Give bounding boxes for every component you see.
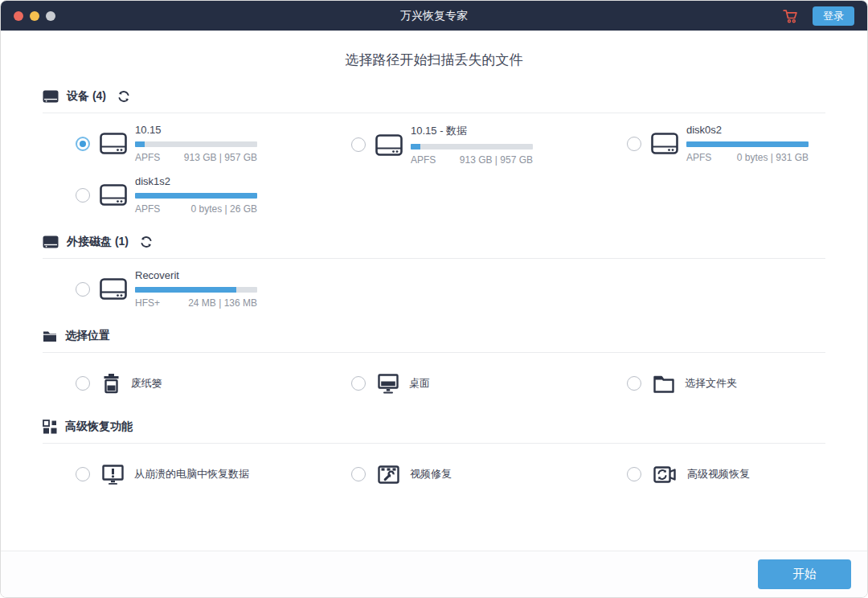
page-title: 选择路径开始扫描丢失的文件 [43,51,825,69]
start-scan-button[interactable]: 开始 [758,559,851,589]
location-label: 桌面 [409,376,430,391]
capacity-bar [135,141,257,147]
advanced-recovery-section-label: 高级恢复功能 [65,420,133,434]
device-item-recoverit[interactable]: Recoverit HFS+ 24 MB | 136 MB [76,269,318,309]
divider [43,352,825,353]
divider [43,443,825,444]
filesystem-label: HFS+ [135,297,160,309]
location-item-desktop[interactable]: 桌面 [351,367,594,399]
drive-icon [651,133,678,154]
login-button[interactable]: 登录 [813,6,854,26]
external-disks-section: 外接磁盘 (1) [43,235,825,309]
device-item-disk-10-15[interactable]: 10.15 APFS 913 GB | 957 GB [76,124,318,163]
desktop-icon [378,374,399,394]
drive-icon [375,134,403,156]
divider [43,258,825,259]
filesystem-label: APFS [135,203,160,215]
footer-bar: 开始 [1,551,867,597]
advanced-item-crashed-computer[interactable]: 从崩溃的电脑中恢复数据 [76,458,318,490]
size-label: 0 bytes | 931 GB [737,152,809,163]
video-repair-icon [378,465,399,484]
locations-grid: 废纸篓 桌面 [43,367,825,399]
device-meta: HFS+ 24 MB | 136 MB [135,297,257,309]
advanced-label: 高级视频恢复 [687,467,750,481]
radio-button[interactable] [627,137,641,151]
location-label: 废纸篓 [131,376,162,391]
radio-button[interactable] [76,467,90,481]
capacity-bar [686,141,809,147]
size-label: 913 GB | 957 GB [460,154,533,166]
select-location-section: 选择位置 废纸篓 [43,329,825,399]
location-item-trash[interactable]: 废纸篓 [76,367,318,399]
advanced-grid: 从崩溃的电脑中恢复数据 视频修复 [43,458,825,490]
filesystem-label: APFS [686,152,711,163]
capacity-bar [135,193,257,199]
device-item-disk1s2[interactable]: disk1s2 APFS 0 bytes | 26 GB [76,175,318,215]
size-label: 24 MB | 136 MB [188,297,257,309]
crashed-computer-icon [102,465,124,485]
radio-button[interactable] [351,467,366,481]
radio-button[interactable] [76,376,90,391]
device-meta: APFS 913 GB | 957 GB [135,152,257,163]
device-name: 10.15 [135,124,257,136]
advanced-label: 视频修复 [410,467,452,481]
devices-section-label: 设备 (4) [67,89,106,104]
window-title: 万兴恢复专家 [1,9,867,23]
radio-button[interactable] [627,376,641,391]
device-item-disk-10-15-data[interactable]: 10.15 - 数据 APFS 913 GB | 957 GB [351,124,594,166]
hard-drive-icon [43,236,59,248]
size-label: 913 GB | 957 GB [184,152,257,163]
capacity-bar [135,287,257,293]
refresh-devices-icon[interactable] [117,90,130,103]
device-name: 10.15 - 数据 [411,124,533,138]
devices-section: 设备 (4) [43,89,825,215]
trash-icon [102,373,121,394]
advanced-item-video-repair[interactable]: 视频修复 [351,458,594,490]
device-meta: APFS 0 bytes | 931 GB [686,152,809,163]
radio-button[interactable] [76,137,90,151]
divider [43,113,825,113]
devices-grid: 10.15 APFS 913 GB | 957 GB [43,124,825,215]
titlebar: 万兴恢复专家 登录 [1,1,867,31]
drive-icon [100,184,127,206]
external-disks-grid: Recoverit HFS+ 24 MB | 136 MB [43,269,825,309]
folder-icon [653,375,674,393]
external-disks-section-label: 外接磁盘 (1) [67,235,129,249]
radio-button[interactable] [351,137,366,152]
radio-button[interactable] [76,282,90,297]
location-label: 选择文件夹 [685,376,737,391]
drive-icon [100,278,127,300]
app-window: 万兴恢复专家 登录 选择路径开始扫描丢失的文件 [0,0,868,598]
filesystem-label: APFS [411,154,436,166]
shopping-cart-icon[interactable] [782,8,798,24]
folder-filled-icon [43,330,57,342]
location-item-select-folder[interactable]: 选择文件夹 [627,367,825,399]
device-name: disk1s2 [135,175,257,187]
device-meta: APFS 913 GB | 957 GB [411,154,533,166]
device-item-disk0s2[interactable]: disk0s2 APFS 0 bytes | 931 GB [627,124,825,163]
capacity-bar [411,144,533,150]
advanced-item-advanced-video-recovery[interactable]: 高级视频恢复 [627,458,825,490]
filesystem-label: APFS [135,152,160,163]
select-location-section-label: 选择位置 [65,329,110,343]
hard-drive-icon [43,90,59,103]
grid-icon [43,420,57,434]
device-name: disk0s2 [686,124,809,136]
radio-button[interactable] [351,376,366,391]
advanced-video-recovery-icon [653,465,677,485]
size-label: 0 bytes | 26 GB [191,203,258,215]
radio-button[interactable] [627,467,641,481]
refresh-external-disks-icon[interactable] [140,236,153,248]
main-content: 选择路径开始扫描丢失的文件 设备 (4) [1,31,867,551]
device-meta: APFS 0 bytes | 26 GB [135,203,257,215]
radio-button[interactable] [76,188,90,203]
advanced-label: 从崩溃的电脑中恢复数据 [134,467,249,481]
advanced-recovery-section: 高级恢复功能 从崩溃的电脑中恢复数据 [43,420,825,490]
drive-icon [100,133,127,154]
device-name: Recoverit [135,269,257,281]
